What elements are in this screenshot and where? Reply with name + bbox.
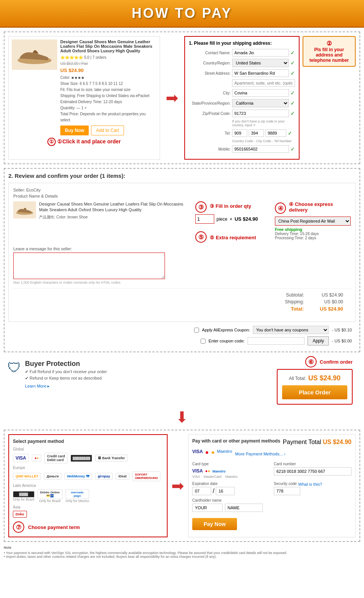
- product-image: [12, 39, 57, 70]
- total-label: Total:: [266, 306, 304, 312]
- apt-input[interactable]: [232, 79, 295, 87]
- card-payment-panel: Pay with card or other payment methods P…: [188, 434, 356, 537]
- pm-asia-label: Asia: [13, 505, 163, 509]
- message-hint: Max 1,000 English characters or Arabic n…: [13, 281, 351, 284]
- pm-asia-logos: Doku: [13, 511, 163, 518]
- totals-section: Subtotal: US $24.90 Shipping: US $0.00 T…: [13, 288, 351, 317]
- pm-credit-debit: Credit cardDebit card: [44, 453, 68, 463]
- card-type-mc: ●●: [205, 467, 210, 474]
- buyer-protection: 🛡 Buyer Protection ✔ Full Refund if you …: [4, 356, 269, 393]
- place-order-button[interactable]: Place Order: [282, 385, 347, 399]
- bp-item1: ✔ Full Refund if you don't receive your …: [25, 369, 107, 374]
- contact-name-input[interactable]: [232, 49, 289, 57]
- security-section: Security code What is this?: [274, 482, 351, 495]
- city-input[interactable]: [232, 89, 289, 97]
- note-item2: • Import duties, taxes and other customs…: [4, 555, 360, 559]
- pm-dengi: Деньги: [44, 473, 61, 480]
- order-product-img: [13, 201, 36, 218]
- fill-qty-label: ③ Fill in order qty: [210, 203, 251, 209]
- click-note: ①①Click it and place order: [12, 138, 157, 146]
- mobile-check: ✓: [290, 146, 295, 152]
- pm-title: Select payment method: [13, 439, 163, 444]
- extra-req-label: ⑤ Extra requiement: [210, 235, 256, 240]
- pm-mastercard: ●●: [32, 455, 41, 461]
- aliexpress-coupon-label: Apply AliExpress Coupon:: [202, 328, 250, 332]
- tel-input-3[interactable]: [265, 129, 286, 137]
- exp-month-input[interactable]: [192, 487, 211, 495]
- learn-more-link[interactable]: Learn More ▸: [25, 384, 50, 388]
- street-check: ✓: [290, 70, 295, 76]
- state-check: ✓: [290, 100, 295, 106]
- card-first-input[interactable]: [192, 504, 223, 512]
- confirm-section: 🛡 Buyer Protection ✔ Full Refund if you …: [4, 356, 360, 405]
- pm-latin-label: Latin America: [13, 483, 163, 488]
- arrow-right-1: ➡: [164, 36, 180, 160]
- choose-delivery-label: ④ Choose express delivery: [289, 201, 351, 213]
- product-delivery: Estimated Delivery Time: 12-20 days: [60, 99, 157, 105]
- coupon-code-input[interactable]: [248, 337, 304, 345]
- card-number-input[interactable]: [274, 467, 351, 476]
- street-label: Street Address:: [189, 71, 231, 75]
- aliexpress-discount: - US $0.10: [332, 328, 352, 332]
- card-last-input[interactable]: [225, 504, 263, 512]
- qty-row: piece × US $24.90: [195, 214, 271, 224]
- all-total-price: US $24.90: [308, 374, 340, 382]
- coupon-code-checkbox[interactable]: [201, 339, 206, 344]
- bp-icon: 🛡: [8, 360, 21, 376]
- pm-visa: VISA: [13, 454, 29, 462]
- qty-price: US $24.90: [235, 216, 258, 222]
- pm-brazil1: ▓▓▓▓ Only for Brazil: [13, 491, 35, 501]
- apply-button[interactable]: Apply: [308, 336, 329, 345]
- buy-now-button[interactable]: Buy Now: [60, 126, 89, 135]
- subtotal-row: Subtotal: US $24.90: [21, 292, 343, 298]
- cp-title: Pay with card or other payment methods: [192, 438, 280, 444]
- product-col-label: Product Name & Details: [13, 194, 351, 198]
- product-price-original: US $53.00 / Pair: [60, 61, 157, 67]
- order-box: Seller: EcoCity Product Name & Details D…: [8, 183, 356, 322]
- pm-europe-logos: QIWI WALLET Деньги WebMoney ₩ giropay iD…: [13, 471, 163, 481]
- card-type-section: Card type VISA ●● Maestro VISA MasterCar…: [192, 462, 270, 479]
- what-is-this-link[interactable]: What is this?: [298, 482, 322, 487]
- delivery-time: Delivery Time: 15-26 days: [275, 232, 351, 236]
- tel-input-2[interactable]: [249, 129, 264, 137]
- pm-giropay: giropay: [95, 473, 113, 480]
- security-input[interactable]: [274, 487, 300, 495]
- coupon-code-discount: - US $0.00: [332, 339, 352, 343]
- street-input[interactable]: [232, 69, 289, 77]
- section3-payment: Select payment method Global VISA ●● Cre…: [4, 430, 360, 542]
- payment-total: Payment Total US $24.90: [283, 439, 351, 446]
- product-shoe-size: Shoe Size: 6 6.5 7 7.5 8 8.5 10 11 12: [60, 81, 157, 87]
- pay-now-button[interactable]: Pay Now: [192, 518, 237, 530]
- order-delivery-col: ④ ④ Choose express delivery China Post R…: [275, 201, 351, 243]
- card-type-labels: VISA MasterCard Maestro: [192, 475, 270, 479]
- aliexpress-coupon-row: Apply AliExpress Coupon: You don't have …: [12, 326, 352, 334]
- exp-year-input[interactable]: [216, 487, 235, 495]
- confirm-box: All Total: US $24.90 Place Order: [277, 369, 353, 405]
- pm-latin-logos: ▓▓▓▓ Only for Brazil Débito Online💳🏧 Onl…: [13, 489, 163, 503]
- arrow-down-1: ⬇: [0, 408, 364, 426]
- qty-unit: piece: [217, 217, 228, 222]
- pm-europe-label: Europe: [13, 466, 163, 470]
- free-ship: Free shipping: [275, 227, 351, 232]
- add-to-cart-button[interactable]: Add to Cart: [91, 126, 124, 135]
- tel-input-1[interactable]: [232, 129, 247, 137]
- pm-ideal: iDeal: [116, 473, 129, 480]
- message-section: Leave a message for this seller: Max 1,0…: [13, 246, 351, 284]
- aliexpress-coupon-select[interactable]: You don't have any coupons: [253, 326, 329, 334]
- message-textarea[interactable]: [13, 253, 165, 279]
- zip-input[interactable]: [232, 110, 289, 117]
- qty-input[interactable]: [195, 214, 214, 224]
- delivery-select[interactable]: China Post Registered Air Mail: [275, 217, 351, 226]
- card-number-section: Card number: [274, 462, 351, 479]
- bp-title: Buyer Protection: [25, 360, 107, 368]
- zip-check: ✓: [290, 110, 295, 116]
- state-select[interactable]: California: [232, 99, 289, 107]
- country-select[interactable]: United States: [232, 59, 289, 67]
- aliexpress-coupon-checkbox[interactable]: [194, 328, 199, 333]
- card-type-maestro: Maestro: [212, 467, 226, 474]
- mobile-input[interactable]: [232, 145, 289, 153]
- shipping-form-title: 1. Please fill in your shipping address:: [189, 41, 295, 46]
- more-payment-methods-link[interactable]: More Payment Methods... ›: [235, 452, 286, 456]
- product-price: US $24.90: [60, 67, 157, 75]
- qty-separator: ×: [230, 217, 232, 222]
